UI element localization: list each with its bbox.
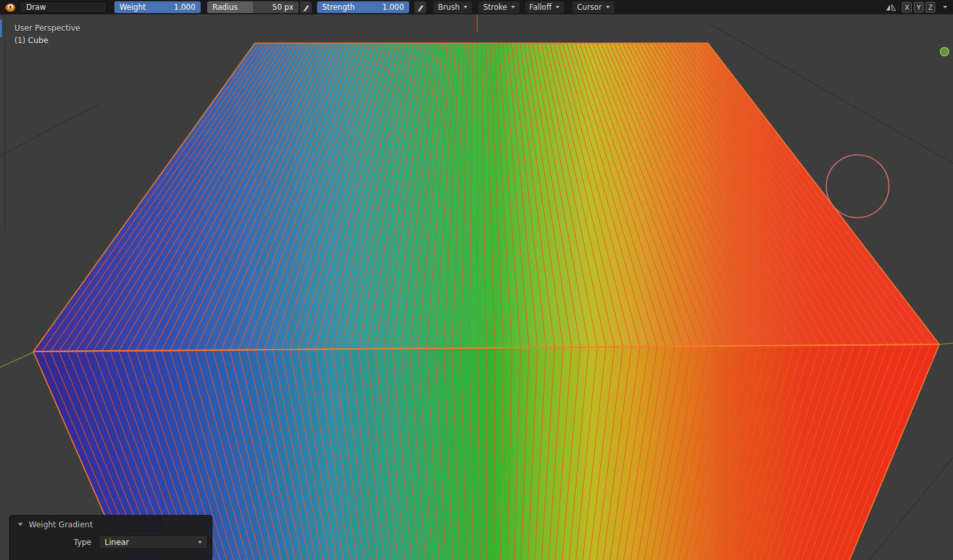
chevron-down-icon: [18, 523, 23, 526]
stroke-menu-label: Stroke: [483, 3, 507, 12]
weight-slider-label: Weight: [120, 3, 146, 12]
active-tool-name: Draw: [26, 3, 46, 12]
header-options-button[interactable]: [939, 1, 950, 13]
view-perspective-label: User Perspective: [14, 24, 80, 33]
mirror-z-button[interactable]: Z: [926, 2, 935, 12]
strength-slider-value: 1.000: [382, 3, 404, 12]
falloff-menu[interactable]: Falloff: [525, 1, 564, 13]
tool-header: Draw Weight 1.000 Radius 50 px Strength …: [0, 0, 953, 14]
mirror-x-button[interactable]: X: [902, 2, 912, 12]
grid-line: [0, 105, 98, 156]
blender-window: User Perspective (1) Cube Weight Gradien…: [0, 0, 953, 560]
strength-slider[interactable]: Strength 1.000: [317, 1, 409, 13]
y-axis-line: [0, 352, 33, 367]
redo-panel-header[interactable]: Weight Gradient: [10, 516, 212, 533]
region-active-accent: [0, 20, 2, 37]
toolbar-collapsed-strip[interactable]: [5, 14, 5, 230]
active-object-label: (1) Cube: [14, 36, 48, 45]
redo-panel-title: Weight Gradient: [29, 520, 93, 529]
radius-pressure-button[interactable]: [300, 1, 312, 13]
gradient-type-value: Linear: [105, 538, 129, 547]
y-axis-line: [939, 343, 953, 344]
light-object-indicator[interactable]: [941, 48, 949, 56]
brush-pressure-icon: [302, 3, 310, 12]
chevron-down-icon: [198, 541, 202, 544]
stroke-menu[interactable]: Stroke: [478, 1, 520, 13]
weight-paint-scene[interactable]: [0, 0, 953, 560]
brush-menu[interactable]: Brush: [433, 1, 472, 13]
type-label: Type: [10, 538, 99, 547]
chevron-down-icon: [463, 6, 467, 8]
strength-pressure-button[interactable]: [414, 1, 426, 13]
redo-panel: Weight Gradient Type Linear: [9, 515, 212, 560]
brush-menu-label: Brush: [438, 3, 460, 12]
cursor-menu[interactable]: Cursor: [573, 1, 614, 13]
3d-viewport[interactable]: User Perspective (1) Cube Weight Gradien…: [0, 0, 953, 560]
chevron-down-icon: [556, 6, 560, 8]
weight-slider[interactable]: Weight 1.000: [114, 1, 201, 13]
radius-slider-value: 50 px: [273, 3, 293, 12]
gradient-type-select[interactable]: Linear: [99, 535, 208, 549]
active-tool-field[interactable]: Draw: [20, 1, 107, 13]
falloff-menu-label: Falloff: [529, 3, 552, 12]
mirror-icon[interactable]: [884, 1, 897, 13]
cursor-menu-label: Cursor: [577, 3, 602, 12]
brush-pressure-icon: [416, 3, 425, 12]
mirror-y-button[interactable]: Y: [914, 2, 924, 12]
brush-cursor-circle: [826, 155, 889, 218]
radius-slider-label: Radius: [212, 3, 238, 12]
weight-slider-value: 1.000: [174, 3, 195, 12]
strength-slider-label: Strength: [322, 3, 355, 12]
radius-slider[interactable]: Radius 50 px: [207, 1, 299, 13]
chevron-down-icon: [511, 6, 515, 8]
blender-logo-icon[interactable]: [3, 1, 17, 13]
chevron-down-icon: [943, 6, 947, 8]
chevron-down-icon: [606, 6, 610, 8]
